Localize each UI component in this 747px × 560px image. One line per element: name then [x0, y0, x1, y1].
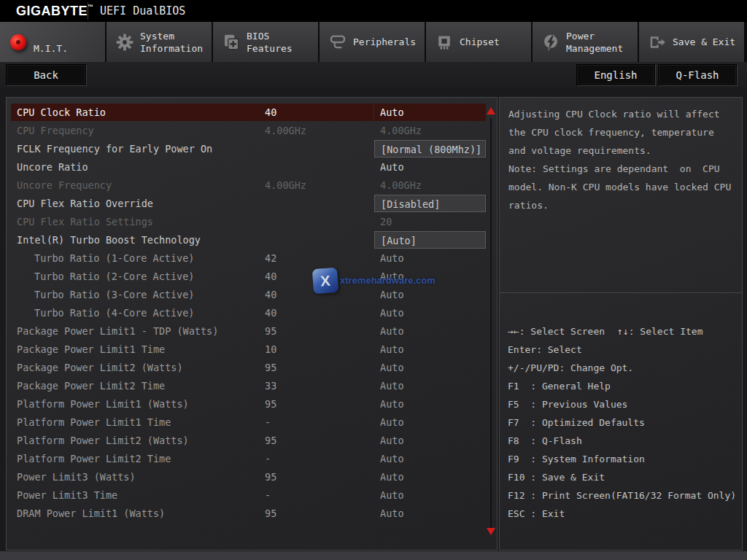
setting-row[interactable]: CPU Clock Ratio40Auto [7, 104, 497, 122]
tab-chipset[interactable]: Chipset [426, 22, 531, 62]
key-line: F5 : Previous Values [508, 395, 738, 413]
save-exit-icon [649, 34, 666, 51]
key-line: F9 : System Information [508, 450, 738, 468]
tab-label: System Information [140, 30, 207, 55]
setting-option-value: Auto [380, 453, 404, 464]
setting-option-value: Auto [380, 362, 404, 373]
setting-row[interactable]: FCLK Frequency for Early Power On[Normal… [7, 140, 497, 158]
setting-label: Platform Power Limit2 (Watts) [17, 435, 189, 446]
setting-row[interactable]: Platform Power Limit2 Time-Auto [7, 450, 497, 468]
setting-option-value: Auto [380, 416, 404, 428]
setting-label: CPU Clock Ratio [17, 106, 106, 118]
setting-option: Auto [374, 249, 486, 267]
setting-current-value: 4.00GHz [265, 125, 306, 136]
title-bar: GIGABYTE™ UEFI DualBIOS [0, 0, 747, 22]
power-bolt-icon [542, 34, 560, 51]
setting-label: Platform Power Limit1 (Watts) [17, 398, 189, 410]
setting-option-value: Auto [380, 435, 404, 446]
tab-label: Save & Exit [673, 36, 740, 48]
tab-label: Chipset [460, 36, 527, 48]
setting-current-value: 95 [265, 362, 276, 373]
setting-row[interactable]: Package Power Limit2 Time33Auto [7, 377, 497, 395]
peripherals-icon [329, 34, 347, 51]
help-line: the CPU clock frequency, temperature [508, 123, 736, 141]
setting-option-box[interactable]: [Auto] [374, 231, 486, 249]
folder-plus-icon [222, 34, 240, 51]
tab-m-i-t[interactable]: M.I.T. [0, 22, 105, 62]
key-line: ESC : Exit [508, 505, 738, 523]
key-line: F8 : Q-Flash [508, 432, 738, 450]
key-select-item: ↑↓: Select Item [617, 322, 703, 341]
setting-option-box[interactable]: [Normal (800Mhz)] [374, 140, 486, 158]
setting-option: Auto [374, 505, 486, 522]
settings-panel: CPU Clock Ratio40AutoCPU Frequency4.00GH… [6, 97, 498, 551]
setting-label: Package Power Limit2 (Watts) [17, 362, 183, 373]
setting-row[interactable]: Platform Power Limit2 (Watts)95Auto [7, 432, 497, 450]
setting-option-box[interactable]: [Disabled] [374, 195, 486, 212]
tab-power-management[interactable]: Power Management [533, 22, 638, 62]
setting-row: Uncore Frequency4.00GHz4.00GHz [7, 176, 497, 195]
setting-label: Turbo Ratio (2-Core Active) [34, 271, 194, 282]
setting-option: Auto [374, 377, 486, 394]
setting-row[interactable]: Package Power Limit1 Time10Auto [7, 341, 497, 359]
scroll-up-icon[interactable] [487, 107, 495, 114]
setting-row[interactable]: Turbo Ratio (3-Core Active)40Auto [7, 286, 497, 304]
setting-label: Uncore Frequency [17, 179, 112, 191]
tab-peripherals[interactable]: Peripherals [320, 22, 425, 62]
key-line: F7 : Optimized Defaults [508, 413, 738, 432]
setting-label: Package Power Limit2 Time [17, 380, 165, 392]
setting-row[interactable]: Platform Power Limit1 Time-Auto [7, 413, 497, 432]
setting-row[interactable]: Turbo Ratio (4-Core Active)40Auto [7, 304, 497, 322]
header-divider [88, 2, 88, 20]
setting-row: CPU Flex Ratio Settings20 [7, 213, 497, 231]
language-button[interactable]: English [576, 64, 655, 85]
setting-option-value: Auto [380, 252, 404, 264]
bios-title: UEFI DualBIOS [100, 4, 185, 18]
setting-option: Auto [374, 286, 486, 303]
setting-option: Auto [374, 359, 486, 376]
setting-current-value: 40 [265, 106, 276, 118]
scrollbar[interactable] [490, 118, 492, 531]
qflash-button[interactable]: Q-Flash [658, 64, 737, 85]
setting-current-value: 95 [265, 325, 276, 337]
setting-option: Auto [374, 304, 486, 322]
setting-row[interactable]: CPU Flex Ratio Override[Disabled] [7, 195, 497, 213]
setting-option: Auto [374, 341, 486, 358]
setting-row[interactable]: Turbo Ratio (1-Core Active)42Auto [7, 249, 497, 268]
setting-label: Uncore Ratio [17, 161, 88, 173]
setting-option: 4.00GHz [374, 176, 486, 194]
setting-row[interactable]: Platform Power Limit1 (Watts)95Auto [7, 395, 497, 413]
key-line: →←: Select Screen↑↓: Select Item [508, 322, 738, 341]
setting-option-value: Auto [380, 489, 404, 501]
key-line: F10 : Save & Exit [508, 468, 738, 486]
setting-row[interactable]: Package Power Limit2 (Watts)95Auto [7, 359, 497, 377]
setting-row[interactable]: Package Power Limit1 - TDP (Watts)95Auto [7, 322, 497, 341]
setting-row[interactable]: Power Limit3 (Watts)95Auto [7, 468, 497, 486]
setting-option: 4.00GHz [374, 122, 486, 139]
setting-row[interactable]: Uncore RatioAuto [7, 158, 497, 176]
back-button[interactable]: Back [6, 64, 86, 85]
help-line: Adjusting CPU Clock ratio will affect [508, 105, 736, 123]
setting-current-value: 40 [265, 289, 276, 300]
setting-option: 20 [374, 213, 486, 230]
setting-label: Platform Power Limit1 Time [17, 416, 171, 428]
tab-bios-features[interactable]: BIOS Features [213, 22, 318, 62]
setting-label: Turbo Ratio (4-Core Active) [34, 307, 194, 319]
setting-row[interactable]: Intel(R) Turbo Boost Technology[Auto] [7, 231, 497, 249]
tab-label: BIOS Features [247, 30, 314, 55]
setting-row[interactable]: Power Limit3 Time-Auto [7, 486, 497, 505]
setting-label: Power Limit3 (Watts) [17, 471, 136, 483]
setting-option: Auto [374, 450, 486, 467]
setting-option-value: Auto [380, 106, 404, 118]
setting-option: Auto [374, 158, 486, 176]
setting-label: Package Power Limit1 - TDP (Watts) [17, 325, 218, 337]
main-menu-tabbar: M.I.T.System InformationBIOS FeaturesPer… [0, 22, 747, 62]
watermark-text: xtremehardware.com [340, 275, 436, 286]
setting-row[interactable]: DRAM Power Limit1 (Watts)95Auto [7, 505, 497, 523]
gigabyte-logo: GIGABYTE™ [16, 4, 94, 19]
setting-current-value: 40 [265, 307, 276, 319]
tab-save-exit[interactable]: Save & Exit [639, 22, 744, 62]
tab-system-information[interactable]: System Information [107, 22, 212, 62]
setting-option-value: [Normal (800Mhz)] [381, 144, 481, 155]
scroll-down-icon[interactable] [487, 528, 495, 535]
